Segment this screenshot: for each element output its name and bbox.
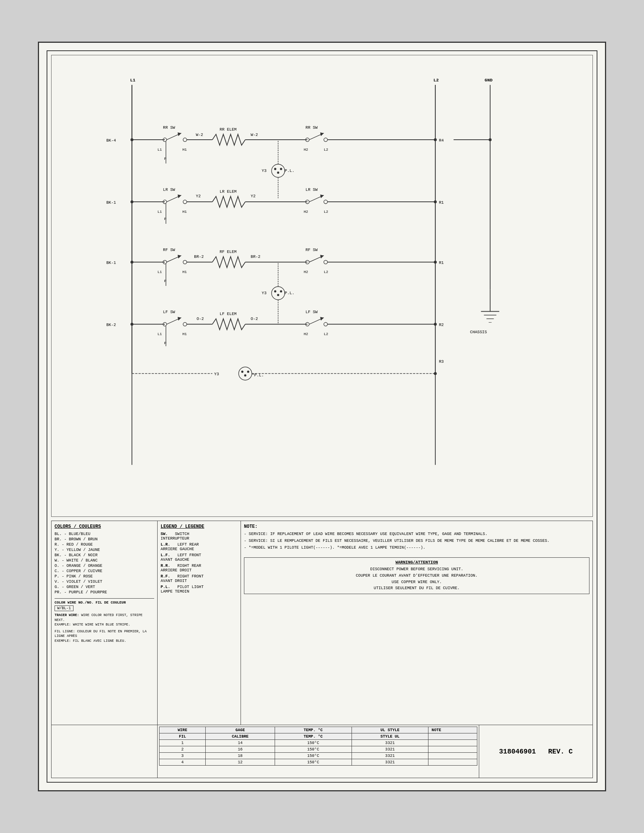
svg-marker-71 [178,317,182,321]
label-br2-right: BR-2 [251,254,260,259]
col-temp-en: TEMP. °C [275,727,351,733]
svg-point-64 [277,294,279,296]
warning-box: WARNING/ATTENTION DISCONNECT POWER BEFOR… [244,557,589,594]
color-g: G. - GREEN / VERT [55,585,154,589]
label-o2-left: O-2 [196,317,204,321]
svg-point-27 [280,168,282,170]
label-o2-right: O-2 [251,317,258,321]
wire-table-area: WIRE GAGE TEMP. °C UL STYLE NOTE FIL CAL… [51,725,593,778]
part-number: 318046901 REV. C [499,748,572,755]
warning-title: WARNING/ATTENTION [246,560,587,564]
legend-sw: SW. SWITCH INTERRUPTEUR [161,532,238,541]
svg-marker-57 [320,255,324,259]
label-h1-sw4: H1 [182,332,187,336]
svg-marker-35 [178,195,182,198]
svg-point-84 [242,371,243,373]
legend-rr: R.R. RIGHT REAR ARRIERE DROIT [161,563,238,572]
svg-point-25 [272,164,285,178]
label-lrsw-right: LR SW [306,187,318,192]
label-y3-1: Y3 [262,169,267,173]
svg-point-28 [277,172,279,174]
wire-data-table: WIRE GAGE TEMP. °C UL STYLE NOTE FIL CAL… [159,727,477,765]
svg-point-72 [183,322,187,326]
wire-row-0: 1 14 150°C 3321 [159,740,477,746]
label-y3-2: Y3 [262,291,267,295]
svg-point-79 [324,322,328,326]
colors-title: COLORS / COULEURS [55,524,154,529]
label-lfsw-right: LF SW [306,310,318,314]
col-wire-fr: FIL [159,733,206,740]
svg-point-83 [239,367,252,380]
fil-note: FIL LIGNE: COULEUR DU FIL NOTE EN PREMIE… [55,629,154,644]
label-L2: L2 [433,78,439,82]
label-h1-sw2: H1 [182,210,187,214]
label-r1a: R1 [439,200,444,205]
label-y2-left: Y2 [196,194,201,199]
label-l1-sw3: L1 [158,270,162,274]
legend-section: LEGEND / LEGENDE SW. SWITCH INTERRUPTEUR… [158,521,241,725]
label-l2-r4: L2 [324,332,328,336]
col-ul-fr: STYLE UL [351,733,428,740]
wire-row-2: 3 18 150°C 3321 [159,753,477,759]
label-l2-r2: L2 [324,210,328,214]
label-h2-r1: H2 [304,148,308,152]
label-GND: GND [485,78,493,82]
label-h2-r3: H2 [304,270,308,274]
svg-point-61 [272,286,285,300]
page: L1 L2 GND CHASSIS BK-4 [38,42,606,791]
note-item-2: - *=MODEL WITH 1 PILOTE LIGHT(------). *… [244,545,589,550]
wire-table-right: WIRE GAGE TEMP. °C UL STYLE NOTE FIL CAL… [158,725,479,778]
part-number-area: 318046901 REV. C [479,725,592,778]
col-gage-en: GAGE [206,727,275,733]
svg-point-85 [247,371,249,373]
note-item-1: - SERVICE: SI LE REMPLACEMENT DE FILS ES… [244,539,589,543]
label-lfsw-left: LF SW [163,310,175,314]
label-rr-elem: RR ELEM [220,127,237,132]
colors-section: COLORS / COULEURS BL. - BLUE/BLEU BR. - … [52,521,158,725]
label-rfsw-right: RF SW [306,248,318,252]
wire-table-left [52,725,158,778]
color-p: P. - PINK / ROSE [55,574,154,579]
label-rf-elem: RF ELEM [220,249,237,254]
label-l1-sw2: L1 [158,210,162,214]
note-title: NOTE: [244,524,589,529]
svg-point-51 [183,260,187,264]
col-wire-en: WIRE [159,727,206,733]
label-bk2: BK-2 [106,323,116,327]
color-y: Y. - YELLOW / JAUNE [55,547,154,552]
label-r3: R3 [439,359,444,364]
legend-pl: P.L. PILOT LIGHT LAMPE TEMOIN [161,585,238,594]
svg-point-24 [489,138,492,141]
legend-lr: L.R. LEFT REAR ARRIERE GAUCHE [161,542,238,551]
svg-point-43 [324,200,328,204]
label-L1: L1 [130,78,135,82]
col-note-fr [428,733,477,740]
label-lrsw-left: LR SW [163,187,175,192]
label-l2-r1: L2 [324,148,328,152]
color-c: C. - COPPER / CUIVRE [55,569,154,573]
color-pr: PR. - PURPLE / POURPRE [55,590,154,595]
wire-sample: W/BL-1 [55,605,74,611]
label-rfsw-left: RF SW [163,248,175,252]
label-lr-elem: LR ELEM [220,189,237,194]
label-r1b: R1 [439,261,444,265]
label-h2-r2: H2 [304,210,308,214]
svg-point-20 [324,138,328,142]
wire-label: COLOR WIRE NO./NO. FIL DE COULEUR [55,600,154,605]
label-h1-sw1: H1 [182,148,187,152]
label-r2: R2 [439,323,444,327]
svg-marker-19 [320,132,324,136]
color-o: O. - ORANGE / ORANGE [55,563,154,568]
bottom-area: COLORS / COULEURS BL. - BLUE/BLEU BR. - … [51,521,593,778]
label-r4: R4 [439,138,444,143]
legend-lf: L.F. LEFT FRONT AVANT GAUCHE [161,553,238,562]
col-ul-en: UL STYLE [351,727,428,733]
col-gage-fr: CALIBRE [206,733,275,740]
col-temp-fr: TEMP. °C [275,733,351,740]
color-bk: BK. - BLACK / NOIR [55,553,154,557]
label-lf-elem: LF ELEM [220,312,237,316]
label-pl2: P.L. [285,291,295,295]
svg-point-86 [244,374,246,376]
label-l1-sw4: L1 [158,332,162,336]
label-h1-sw3: H1 [182,270,187,274]
